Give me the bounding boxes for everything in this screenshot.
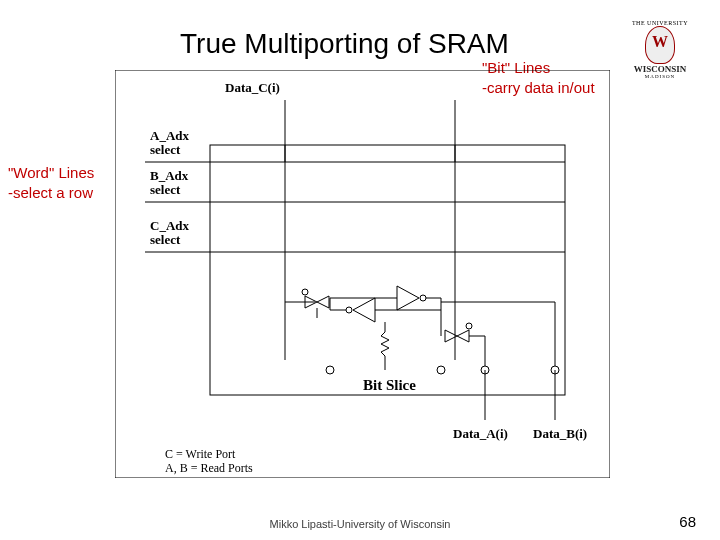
uw-crest-icon [645,26,675,64]
svg-point-30 [326,366,334,374]
label-bit-slice: Bit Slice [363,377,416,393]
label-data-a: Data_A(i) [453,426,508,441]
svg-rect-0 [115,70,610,478]
label-b-adx2: select [150,182,181,197]
word-lines-annotation: "Word" Lines -select a row [8,163,94,202]
legend-ab: A, B = Read Ports [165,461,253,475]
label-data-b: Data_B(i) [533,426,587,441]
word-lines-l2: -select a row [8,183,94,203]
label-data-c: Data_C(i) [225,80,280,95]
label-a-adx2: select [150,142,181,157]
uw-logo: THE UNIVERSITY WISCONSIN MADISON [620,20,700,80]
slide-title: True Multiporting of SRAM [180,28,509,60]
svg-point-25 [466,323,472,329]
sram-diagram: Data_C(i) A_Adx select B_Adx select C_Ad… [115,70,610,478]
legend-c: C = Write Port [165,447,236,461]
label-b-adx1: B_Adx [150,168,189,183]
logo-sub-text: MADISON [645,74,675,79]
svg-point-13 [420,295,426,301]
pass-gate-right [441,302,485,342]
logo-bottom-text: WISCONSIN [634,64,687,74]
svg-point-21 [302,289,308,295]
svg-point-12 [346,307,352,313]
pass-gate-left [285,289,330,318]
label-c-adx1: C_Adx [150,218,190,233]
label-a-adx1: A_Adx [150,128,190,143]
word-lines-l1: "Word" Lines [8,163,94,183]
resistor-icon [381,322,389,370]
cross-coupled-inverters [330,286,441,322]
page-number: 68 [679,513,696,530]
svg-rect-3 [210,145,565,395]
label-c-adx2: select [150,232,181,247]
footer-attribution: Mikko Lipasti-University of Wisconsin [0,518,720,530]
svg-point-31 [437,366,445,374]
